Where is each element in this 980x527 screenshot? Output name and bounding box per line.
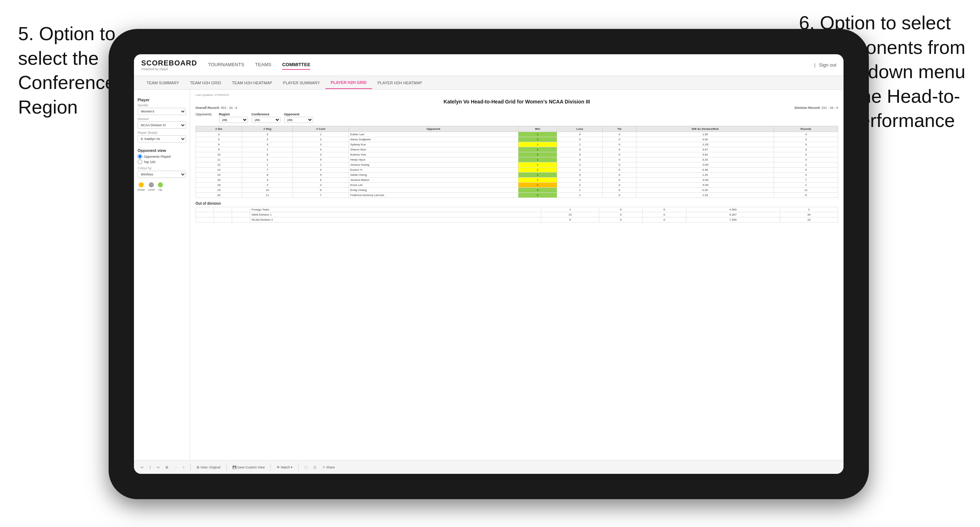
- cell-rounds: 2: [774, 183, 838, 188]
- cell-loss: 1: [557, 188, 603, 193]
- cell-rounds: 3: [774, 157, 838, 162]
- ood-cell-empty3: [232, 217, 250, 222]
- cell-conf: 1: [293, 162, 348, 167]
- nav-tournaments[interactable]: TOURNAMENTS: [208, 60, 244, 70]
- cell-div: 20: [196, 193, 242, 198]
- ood-cell-tie: 0: [643, 212, 686, 217]
- th-loss: Loss: [557, 126, 603, 132]
- toolbar-layout[interactable]: ⬚: [303, 465, 309, 470]
- tablet-frame: SCOREBOARD Powered by clippd TOURNAMENTS…: [108, 29, 869, 499]
- table-row: 13 1 1 Jessica Huang 1 1 0 -3.00 2: [196, 162, 838, 167]
- sub-nav-team-h2h-grid[interactable]: TEAM H2H GRID: [185, 77, 227, 89]
- sidebar-gender-select[interactable]: Women's: [138, 108, 186, 115]
- color-label-up: Up: [158, 188, 162, 191]
- cell-conf: 7: [293, 193, 348, 198]
- toolbar-redo[interactable]: ↪: [155, 465, 161, 470]
- cell-tie: 0: [603, 152, 636, 157]
- nav-teams[interactable]: TEAMS: [255, 60, 272, 70]
- ood-cell-empty2: [214, 212, 232, 217]
- sub-nav-player-h2h-heatmap[interactable]: PLAYER H2H HEATMAP: [372, 77, 428, 89]
- cell-loss: 2: [557, 178, 603, 183]
- sub-nav-team-summary[interactable]: TEAM SUMMARY: [141, 77, 185, 89]
- cell-div: 3: [196, 132, 242, 137]
- cell-diff: -1.00: [636, 142, 774, 147]
- filter-region: Region (All): [219, 113, 248, 123]
- radio-top100[interactable]: Top 100: [138, 160, 186, 164]
- cell-diff: -0.94: [636, 178, 774, 183]
- cell-opponent: Jessica Huang: [348, 162, 518, 167]
- sidebar-colour-by-select[interactable]: Win/loss: [138, 171, 186, 178]
- cell-win: 1: [518, 142, 557, 147]
- ood-cell-win: 5: [541, 217, 599, 222]
- sidebar-division-select[interactable]: NCAA Division III: [138, 122, 186, 129]
- cell-reg: 3: [242, 178, 293, 183]
- sub-nav-team-h2h-heatmap[interactable]: TEAM H2H HEATMAP: [227, 77, 278, 89]
- sidebar-radio-group: Opponents Played Top 100: [138, 154, 186, 164]
- cell-conf: 6: [293, 178, 348, 183]
- cell-tie: 0: [603, 142, 636, 147]
- table-row: 20 11 7 Federica Domecq Lacroze 2 1 0 1.…: [196, 193, 838, 198]
- toolbar-dot[interactable]: · ·: [173, 465, 178, 470]
- toolbar-watch[interactable]: 👁 Watch ▾: [275, 465, 294, 470]
- ood-cell-diff: 9.267: [686, 212, 780, 217]
- cell-loss: 1: [557, 142, 603, 147]
- logo-area: SCOREBOARD Powered by clippd: [141, 59, 197, 71]
- radio-opponents-played[interactable]: Opponents Played: [138, 154, 186, 159]
- cell-win: 1: [518, 178, 557, 183]
- cell-opponent: Sharon Mun: [348, 147, 518, 152]
- region-select[interactable]: (All): [219, 117, 248, 123]
- cell-loss: 1: [557, 193, 603, 198]
- cell-reg: 7: [242, 167, 293, 173]
- toolbar-save-custom[interactable]: 💾 Save Custom View: [231, 465, 266, 470]
- cell-win: 1: [518, 147, 557, 152]
- toolbar-grid[interactable]: ⊞: [164, 465, 170, 470]
- out-of-division-header: Out of division: [196, 202, 838, 205]
- ood-cell-empty1: [196, 212, 214, 217]
- cell-reg: 11: [242, 193, 293, 198]
- toolbar-view-original[interactable]: ⊞ View: Original: [195, 465, 222, 470]
- toolbar-circle[interactable]: ○: [181, 465, 186, 470]
- toolbar-back[interactable]: ⟨: [148, 465, 153, 470]
- toolbar-code[interactable]: ⟨⟩: [312, 465, 318, 470]
- sub-nav-player-h2h-grid[interactable]: PLAYER H2H GRID: [325, 77, 372, 89]
- ood-cell-empty1: [196, 217, 214, 222]
- th-conf: # Conf: [293, 126, 348, 132]
- header-separator: |: [814, 63, 815, 68]
- cell-rounds: 9: [774, 167, 838, 173]
- cell-opponent: Esther Lee: [348, 132, 518, 137]
- color-dot-level: [149, 182, 154, 187]
- cell-conf: 4: [293, 147, 348, 152]
- ood-cell-win: 1: [541, 207, 599, 212]
- toolbar-share[interactable]: ↗ Share: [321, 465, 336, 470]
- ood-cell-rounds: 2: [780, 207, 838, 212]
- sidebar-player-rank-label: Player (Rank): [138, 131, 186, 135]
- toolbar-undo[interactable]: ↩: [139, 465, 145, 470]
- cell-reg: 10: [242, 188, 293, 193]
- cell-rounds: 4: [774, 173, 838, 178]
- cell-conf: 2: [293, 137, 348, 142]
- cell-loss: 0: [557, 137, 603, 142]
- cell-opponent: Euna Lee: [348, 183, 518, 188]
- cell-diff: 3.33: [636, 157, 774, 162]
- opponent-select[interactable]: (All): [284, 117, 313, 123]
- main-data-table: # Div # Reg # Conf Opponent Win Loss Tie…: [196, 126, 838, 198]
- cell-win: 0: [518, 183, 557, 188]
- cell-tie: 0: [603, 157, 636, 162]
- table-row: 11 2 5 Heejo Hyun 1 0 0 3.33 3: [196, 157, 838, 162]
- conference-select[interactable]: (All): [251, 117, 280, 123]
- cell-diff: 1.50: [636, 132, 774, 137]
- table-row: 5 2 2 Alexis Sudjianto 1 0 0 4.00 3: [196, 137, 838, 142]
- cell-reg: 1: [242, 162, 293, 167]
- table-row: 18 2 2 Euna Lee 0 2 0 -5.00 2: [196, 183, 838, 188]
- cell-conf: 5: [293, 157, 348, 162]
- cell-loss: 0: [557, 132, 603, 137]
- sign-out-link[interactable]: Sign out: [819, 60, 836, 70]
- nav-committee[interactable]: COMMITTEE: [282, 60, 310, 70]
- filter-section: Opponents: Region (All) Conference (All): [196, 113, 838, 123]
- sidebar-player-rank-select[interactable]: 8. Katelyn Vo: [138, 135, 186, 143]
- table-row: 9 1 4 Sharon Mun 1 0 0 3.67 3: [196, 147, 838, 152]
- ood-cell-diff: 4.500: [686, 207, 780, 212]
- sub-nav-player-summary[interactable]: PLAYER SUMMARY: [278, 77, 325, 89]
- cell-opponent: Sydney Kuo: [348, 142, 518, 147]
- cell-opponent: Federica Domecq Lacroze: [348, 193, 518, 198]
